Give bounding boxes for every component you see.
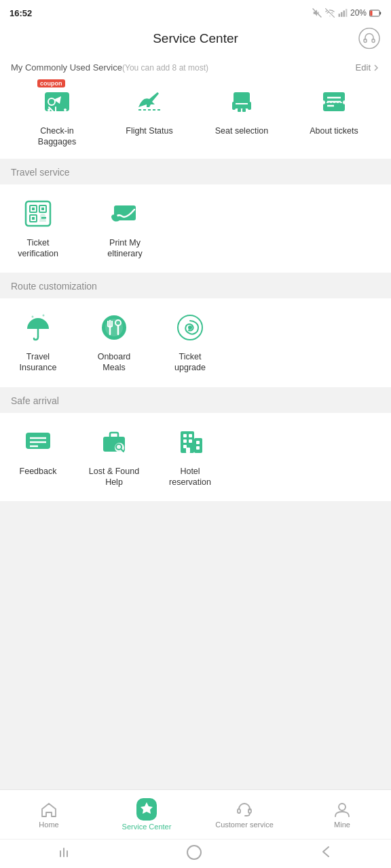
svg-rect-60 [183,439,187,443]
service-item-onboard-meals[interactable]: OnboardMeals [87,309,141,374]
system-bar-recent[interactable] [60,848,68,857]
ticket-upgrade-icon-wrap [172,309,208,346]
checkin-baggages-label: Check-inBaggages [38,125,76,148]
service-item-lost-found[interactable]: Lost & FoundHelp [87,424,141,488]
svg-rect-9 [364,39,367,43]
common-services-label: My Commonly Used Service(You can add 8 a… [11,62,208,73]
signal-icon [338,8,348,18]
seat-selection-icon [227,87,257,117]
travel-insurance-label: TravelInsurance [20,351,57,374]
service-item-feedback[interactable]: Feedback [11,424,65,488]
svg-rect-59 [189,434,192,437]
feedback-icon [23,427,53,457]
service-item-about-tickets[interactable]: About tickets [307,83,361,136]
checkin-baggages-icon [42,87,72,117]
service-item-ticket-upgrade[interactable]: Ticket upgrade [163,309,217,374]
svg-rect-16 [234,92,250,103]
coupon-badge: coupon [37,79,65,87]
top-bar: Service Center [0,24,391,54]
svg-rect-18 [232,102,236,110]
ticket-verification-icon-wrap [20,195,56,232]
service-item-checkin-baggages[interactable]: coupon Check-inBaggages [30,83,84,148]
checkin-baggages-icon-wrap: coupon [39,83,75,120]
ticket-verification-icon [23,199,53,229]
travel-insurance-icon-wrap [20,309,56,346]
svg-rect-62 [183,445,187,448]
battery-text: 20% [350,8,367,18]
svg-rect-66 [238,809,240,813]
service-item-ticket-verification[interactable]: Ticketverification [11,195,65,260]
nav-item-service-center[interactable]: Service Center [98,795,196,833]
svg-rect-63 [196,441,200,444]
mute-icon [312,8,322,18]
service-item-seat-selection[interactable]: Seat selection [215,83,269,136]
svg-rect-17 [234,104,250,108]
home-nav-icon [40,801,58,818]
common-services-grid: coupon Check-inBaggages [11,83,380,148]
svg-rect-58 [183,434,187,437]
travel-service-header: Travel service [0,159,391,184]
system-bar-home[interactable] [187,845,202,860]
svg-rect-10 [372,39,375,43]
svg-point-8 [359,28,379,49]
status-icons: 20% [312,8,381,18]
svg-point-40 [43,315,45,317]
ticket-verification-label: Ticketverification [18,237,58,260]
svg-rect-3 [343,11,345,17]
seat-selection-icon-wrap [223,83,260,120]
spacer [0,501,391,789]
safe-arrival-row: Feedback Lost & FoundHelp [11,424,380,488]
nav-item-mine[interactable]: Mine [293,798,391,831]
onboard-meals-icon-wrap [96,309,132,346]
headset-button[interactable] [358,28,380,52]
service-item-travel-insurance[interactable]: TravelInsurance [11,309,65,374]
service-item-print-itinerary[interactable]: Print Myeltinerary [98,195,152,260]
feedback-icon-wrap [20,424,56,460]
status-bar: 16:52 20% [0,0,391,24]
svg-rect-65 [186,448,190,453]
ticket-upgrade-icon [175,313,205,342]
nav-item-customer-service[interactable]: Customer service [196,798,293,831]
route-customization-row: TravelInsurance OnboardMeals [11,309,380,374]
service-center-nav-label: Service Center [122,823,172,831]
svg-rect-20 [238,108,241,112]
service-item-hotel-reservation[interactable]: Hotelreservation [163,424,217,488]
onboard-meals-icon [99,313,129,342]
svg-rect-7 [379,12,381,14]
seat-selection-label: Seat selection [215,125,269,136]
system-bar [0,839,391,868]
customer-service-nav-label: Customer service [215,821,274,829]
svg-rect-6 [370,10,372,15]
svg-point-14 [64,108,67,111]
battery-icon [369,9,381,17]
hotel-reservation-label: Hotelreservation [169,466,211,488]
service-center-nav-icon [139,801,154,816]
mine-nav-label: Mine [334,821,350,829]
hotel-reservation-icon [175,427,205,457]
print-itinerary-icon [110,199,140,229]
about-tickets-label: About tickets [310,125,358,136]
edit-button[interactable]: Edit [356,62,380,73]
route-customization-section: TravelInsurance OnboardMeals [0,298,391,387]
svg-rect-57 [194,438,202,453]
flight-status-icon [134,87,164,117]
svg-rect-35 [32,208,35,210]
back-icon [320,846,331,858]
status-time: 16:52 [10,8,32,18]
travel-service-section: Ticketverification Print Myeltinerary [0,184,391,273]
about-tickets-icon [319,87,349,117]
svg-rect-19 [248,102,251,110]
flight-status-label: Flight Status [126,125,172,136]
service-item-flight-status[interactable]: Flight Status [122,83,176,136]
svg-rect-34 [41,208,44,210]
about-tickets-icon-wrap [316,83,352,120]
svg-point-13 [48,108,50,111]
svg-point-68 [339,804,346,810]
flight-status-icon-wrap [131,83,168,120]
hotel-reservation-icon-wrap [172,424,208,460]
travel-insurance-icon [23,313,53,342]
headset-icon [358,28,380,50]
system-bar-back[interactable] [320,846,331,860]
nav-item-home[interactable]: Home [0,798,98,831]
print-itinerary-label: Print Myeltinerary [107,237,142,260]
